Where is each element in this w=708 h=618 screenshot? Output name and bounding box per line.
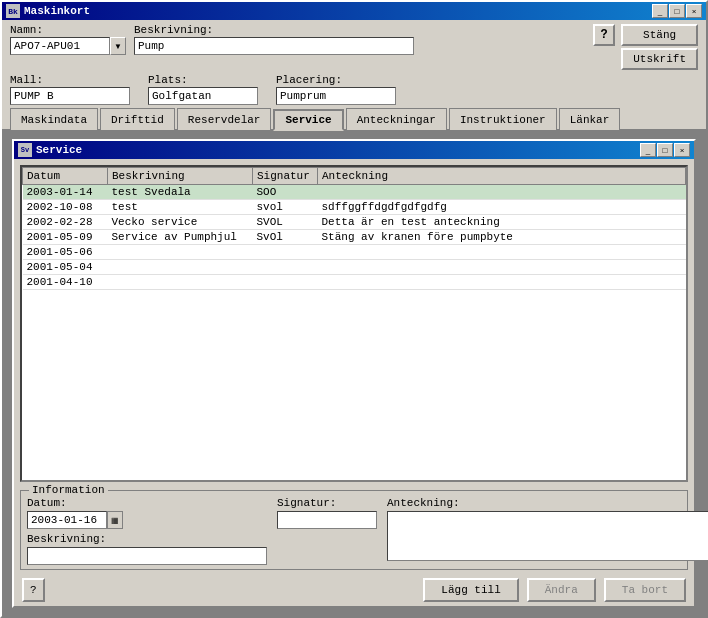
mall-label: Mall: — [10, 74, 140, 86]
maximize-button[interactable]: □ — [669, 4, 685, 18]
utskrift-button[interactable]: Utskrift — [621, 48, 698, 70]
form-row-2: Mall: Plats: Placering: — [10, 74, 698, 105]
signatur-input[interactable] — [277, 511, 377, 529]
bottom-bar: ? Lägg till Ändra Ta bort — [14, 574, 694, 606]
service-table-container: Datum Beskrivning Signatur Anteckning 20… — [20, 165, 688, 482]
signatur-label: Signatur: — [277, 497, 377, 509]
col-header-beskrivning: Beskrivning — [108, 168, 253, 185]
info-legend: Information — [29, 484, 108, 496]
tab-lankar[interactable]: Länkar — [559, 108, 621, 130]
beschr-label: Beskrivning: — [134, 24, 414, 36]
placering-label: Placering: — [276, 74, 396, 86]
plats-group: Plats: — [148, 74, 268, 105]
service-window-title: Service — [36, 144, 82, 156]
beschr-input[interactable] — [134, 37, 414, 55]
service-window: Sv Service _ □ × Datum Beskrivning — [12, 139, 696, 608]
beskrivning-info-group: Beskrivning: — [27, 533, 267, 565]
cell-anteckning: Stäng av kranen före pumpbyte — [318, 230, 686, 245]
info-row: Datum: ▦ Beskrivning: Signatur: — [27, 497, 681, 565]
signatur-group: Signatur: — [277, 497, 377, 529]
service-title-bar: Sv Service _ □ × — [14, 141, 694, 159]
cell-beskrivning: test Svedala — [108, 185, 253, 200]
cell-datum: 2001-04-10 — [23, 275, 108, 290]
table-row[interactable]: 2003-01-14test SvedalaSOO — [23, 185, 686, 200]
cell-anteckning — [318, 245, 686, 260]
minimize-button[interactable]: _ — [652, 4, 668, 18]
cell-signatur: SOO — [253, 185, 318, 200]
date-input-wrapper: ▦ — [27, 511, 267, 529]
service-title-buttons: _ □ × — [640, 143, 690, 157]
service-close-button[interactable]: × — [674, 143, 690, 157]
table-row[interactable]: 2001-05-06 — [23, 245, 686, 260]
cell-signatur: svol — [253, 200, 318, 215]
mall-group: Mall: — [10, 74, 140, 105]
table-row[interactable]: 2002-02-28Vecko serviceSVOLDetta är en t… — [23, 215, 686, 230]
help-button-bottom[interactable]: ? — [22, 578, 45, 602]
tab-drifttid[interactable]: Drifttid — [100, 108, 175, 130]
anteckning-input[interactable] — [387, 511, 708, 561]
information-section: Information Datum: ▦ Beskrivning: — [20, 490, 688, 570]
cell-datum: 2001-05-04 — [23, 260, 108, 275]
cell-datum: 2002-02-28 — [23, 215, 108, 230]
namn-dropdown-button[interactable]: ▼ — [110, 37, 126, 55]
tab-reservdelar[interactable]: Reservdelar — [177, 108, 272, 130]
window-icon: Bk — [6, 4, 20, 18]
title-bar: Bk Maskinkort _ □ × — [2, 2, 706, 20]
table-row[interactable]: 2001-04-10 — [23, 275, 686, 290]
namn-group: Namn: ▼ — [10, 24, 126, 55]
col-header-signatur: Signatur — [253, 168, 318, 185]
cell-signatur — [253, 275, 318, 290]
placering-group: Placering: — [276, 74, 396, 105]
cell-beskrivning — [108, 275, 253, 290]
beskrivning-info-input[interactable] — [27, 547, 267, 565]
lagg-till-button[interactable]: Lägg till — [423, 578, 518, 602]
tab-anteckningar[interactable]: Anteckningar — [346, 108, 447, 130]
col-header-datum: Datum — [23, 168, 108, 185]
cell-beskrivning: Vecko service — [108, 215, 253, 230]
namn-dropdown-wrapper: ▼ — [10, 37, 126, 55]
calendar-button[interactable]: ▦ — [107, 511, 123, 529]
cell-datum: 2001-05-09 — [23, 230, 108, 245]
table-row[interactable]: 2001-05-04 — [23, 260, 686, 275]
plats-label: Plats: — [148, 74, 268, 86]
anteckning-label: Anteckning: — [387, 497, 708, 509]
right-buttons: Stäng Utskrift — [621, 24, 698, 70]
tab-instruktioner[interactable]: Instruktioner — [449, 108, 557, 130]
placering-input[interactable] — [276, 87, 396, 105]
top-section: Namn: ▼ Beskrivning: ? Stäng Utskrift — [2, 20, 706, 107]
cell-beskrivning — [108, 260, 253, 275]
cell-anteckning: sdffggffdgdfgdfgdfg — [318, 200, 686, 215]
namn-input[interactable] — [10, 37, 110, 55]
table-row[interactable]: 2002-10-08testsvolsdffggffdgdfgdfgdfg — [23, 200, 686, 215]
help-button-top[interactable]: ? — [593, 24, 615, 46]
stang-button[interactable]: Stäng — [621, 24, 698, 46]
cell-beskrivning: Service av Pumphjul — [108, 230, 253, 245]
mall-input[interactable] — [10, 87, 130, 105]
plats-input[interactable] — [148, 87, 258, 105]
tab-service[interactable]: Service — [273, 109, 343, 131]
col-header-anteckning: Anteckning — [318, 168, 686, 185]
cell-anteckning — [318, 275, 686, 290]
cell-anteckning — [318, 185, 686, 200]
tabs-row: Maskindata Drifttid Reservdelar Service … — [2, 107, 706, 131]
datum-input[interactable] — [27, 511, 107, 529]
service-maximize-button[interactable]: □ — [657, 143, 673, 157]
cell-signatur — [253, 245, 318, 260]
close-button[interactable]: × — [686, 4, 702, 18]
cell-datum: 2001-05-06 — [23, 245, 108, 260]
service-table: Datum Beskrivning Signatur Anteckning 20… — [22, 167, 686, 290]
cell-signatur — [253, 260, 318, 275]
datum-label: Datum: — [27, 497, 267, 509]
andra-button[interactable]: Ändra — [527, 578, 596, 602]
tab-maskindata[interactable]: Maskindata — [10, 108, 98, 130]
cell-datum: 2003-01-14 — [23, 185, 108, 200]
table-row[interactable]: 2001-05-09Service av PumphjulSvOlStäng a… — [23, 230, 686, 245]
service-window-icon: Sv — [18, 143, 32, 157]
cell-anteckning — [318, 260, 686, 275]
window-title: Maskinkort — [24, 5, 90, 17]
ta-bort-button[interactable]: Ta bort — [604, 578, 686, 602]
datum-group: Datum: ▦ — [27, 497, 267, 529]
title-bar-left: Bk Maskinkort — [6, 4, 90, 18]
service-minimize-button[interactable]: _ — [640, 143, 656, 157]
beskrivning-info-label: Beskrivning: — [27, 533, 267, 545]
